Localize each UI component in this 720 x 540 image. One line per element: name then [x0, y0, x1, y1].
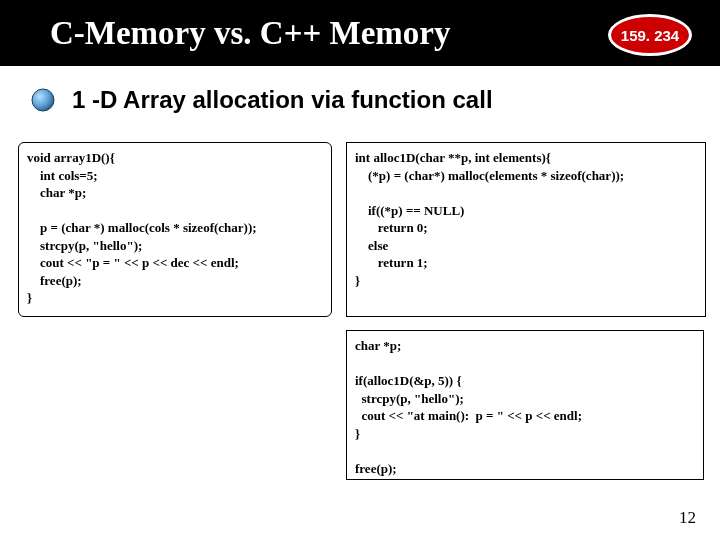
- course-badge: 159. 234: [608, 14, 692, 56]
- header-bar: C-Memory vs. C++ Memory 159. 234: [0, 0, 720, 66]
- svg-point-0: [32, 89, 54, 111]
- course-number: 159. 234: [621, 27, 679, 44]
- page-title: C-Memory vs. C++ Memory: [50, 15, 450, 52]
- code-box-left: void array1D(){ int cols=5; char *p; p =…: [18, 142, 332, 317]
- page-number: 12: [679, 508, 696, 528]
- code-box-right-top: int alloc1D(char **p, int elements){ (*p…: [346, 142, 706, 317]
- section-title: 1 -D Array allocation via function call: [72, 86, 493, 114]
- section-heading-row: 1 -D Array allocation via function call: [30, 86, 720, 114]
- code-box-right-bottom: char *p; if(alloc1D(&p, 5)) { strcpy(p, …: [346, 330, 704, 480]
- bullet-icon: [30, 87, 56, 113]
